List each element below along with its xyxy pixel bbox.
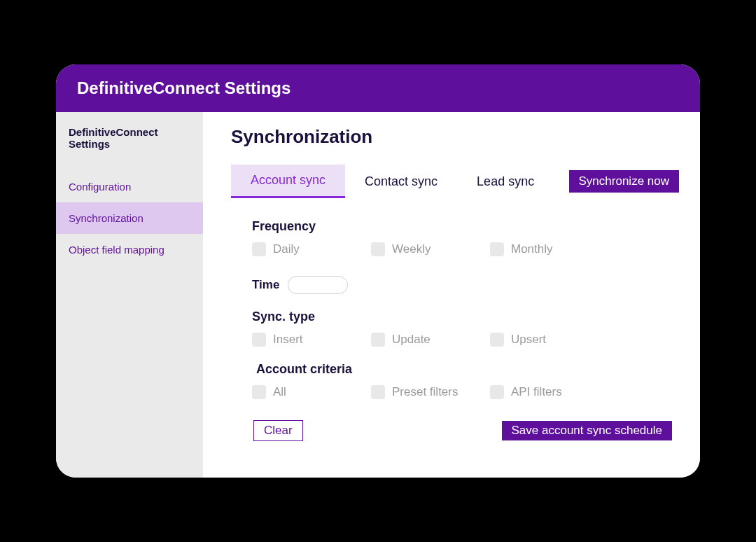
sync-type-label: Sync. type [252,310,672,324]
sidebar-item-synchronization[interactable]: Synchronization [56,202,203,234]
time-row: Time [252,276,672,294]
tab-contact-sync[interactable]: Contact sync [345,166,457,197]
sync-type-options: Insert Update Upsert [252,333,672,347]
option-label: All [273,385,286,399]
time-input[interactable] [288,276,348,294]
checkbox-icon[interactable] [490,242,504,256]
synchronize-now-button[interactable]: Synchronize now [569,170,679,193]
checkbox-icon[interactable] [490,333,504,347]
settings-window: DefinitiveConnect Settings DefinitiveCon… [56,64,700,478]
sidebar-item-configuration[interactable]: Configuration [56,171,203,202]
frequency-options: Daily Weekly Monthly [252,242,672,256]
sidebar: DefinitiveConnect Settings Configuration… [56,112,203,478]
frequency-label: Frequency [252,219,672,234]
option-label: Insert [273,333,303,347]
checkbox-icon[interactable] [490,385,504,399]
option-label: Monthly [511,242,553,256]
tab-account-sync[interactable]: Account sync [231,165,345,198]
sidebar-title: DefinitiveConnect Settings [56,112,203,171]
window-body: DefinitiveConnect Settings Configuration… [56,112,700,478]
checkbox-icon[interactable] [371,385,385,399]
checkbox-icon[interactable] [252,333,266,347]
frequency-option-daily[interactable]: Daily [252,242,371,256]
time-label: Time [252,278,279,292]
option-label: Weekly [392,242,430,256]
page-title: Synchronization [231,126,679,148]
frequency-option-monthly[interactable]: Monthly [490,242,609,256]
clear-button[interactable]: Clear [253,420,303,441]
sync-type-option-update[interactable]: Update [371,333,490,347]
option-label: Update [392,333,430,347]
checkbox-icon[interactable] [252,385,266,399]
account-criteria-option-all[interactable]: All [252,385,371,399]
form-area: Frequency Daily Weekly Monthly [231,198,679,464]
option-label: API filters [511,385,562,399]
window-titlebar: DefinitiveConnect Settings [56,64,700,112]
option-label: Daily [273,242,300,256]
checkbox-icon[interactable] [371,242,385,256]
main-panel: Synchronization Account sync Contact syn… [203,112,700,478]
account-criteria-label: Account criteria [252,362,672,377]
tab-lead-sync[interactable]: Lead sync [457,166,554,197]
account-criteria-option-preset-filters[interactable]: Preset filters [371,385,490,399]
save-button[interactable]: Save account sync schedule [502,421,672,440]
sync-type-option-upsert[interactable]: Upsert [490,333,609,347]
option-label: Upsert [511,333,546,347]
account-criteria-options: All Preset filters API filters [252,385,672,399]
footer-row: Clear Save account sync schedule [252,420,672,441]
sidebar-item-object-field-mapping[interactable]: Object field mapping [56,234,203,265]
option-label: Preset filters [392,385,458,399]
checkbox-icon[interactable] [371,333,385,347]
sync-type-option-insert[interactable]: Insert [252,333,371,347]
frequency-option-weekly[interactable]: Weekly [371,242,490,256]
tabs-row: Account sync Contact sync Lead sync Sync… [231,165,679,198]
account-criteria-option-api-filters[interactable]: API filters [490,385,609,399]
checkbox-icon[interactable] [252,242,266,256]
